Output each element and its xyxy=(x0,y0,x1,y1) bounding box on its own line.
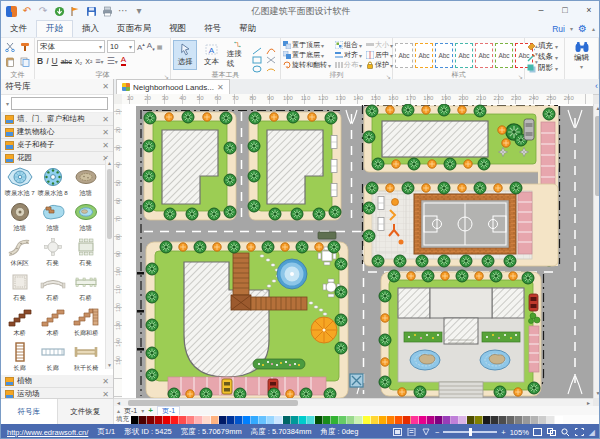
palette-swatch[interactable] xyxy=(291,416,299,424)
style-swatch[interactable]: Abc xyxy=(495,43,513,68)
save-button[interactable] xyxy=(85,5,97,17)
entrance-steps[interactable] xyxy=(439,382,483,398)
palette-swatch[interactable] xyxy=(427,416,435,424)
block-bottom-right[interactable] xyxy=(379,270,541,398)
text-tool[interactable]: A 文本 xyxy=(199,40,223,70)
symbol-item[interactable]: 长廊 xyxy=(3,340,36,375)
fit-page-icon[interactable] xyxy=(533,428,543,437)
superscript-button[interactable]: X² xyxy=(85,58,92,65)
car-yellow[interactable] xyxy=(222,379,232,394)
palette-swatch[interactable] xyxy=(475,416,483,424)
select-tool[interactable]: 选择 xyxy=(173,40,197,70)
symbol-item[interactable]: 喷泉水池 8 xyxy=(36,165,69,200)
center-button[interactable]: 居中▾ xyxy=(366,50,393,60)
block-top-middle[interactable] xyxy=(248,111,341,220)
find-binoculars-icon[interactable] xyxy=(574,41,590,53)
format-painter-icon[interactable] xyxy=(20,42,30,54)
tab-home[interactable]: 开始 xyxy=(36,20,73,37)
garden-bench[interactable] xyxy=(318,232,336,239)
palette-swatch[interactable] xyxy=(347,416,355,424)
palette-swatch[interactable] xyxy=(315,416,323,424)
document-close-icon[interactable]: ✕ xyxy=(217,83,224,92)
pond-right[interactable] xyxy=(480,350,510,370)
palette-swatch[interactable] xyxy=(499,416,507,424)
decrease-font-icon[interactable]: A▾ xyxy=(147,41,155,52)
section-close-icon[interactable]: ✕ xyxy=(102,115,109,124)
tab-insert[interactable]: 插入 xyxy=(73,21,108,37)
add-page-button[interactable]: + xyxy=(148,406,153,415)
palette-swatch[interactable] xyxy=(227,416,235,424)
symbol-item[interactable]: 池塘 xyxy=(3,200,36,235)
document-tab[interactable]: Neighborhood Lands... ✕ xyxy=(116,79,230,94)
freeform-tool-icon[interactable] xyxy=(266,50,278,59)
palette-swatch[interactable] xyxy=(147,416,155,424)
send-to-back-button[interactable]: 置于底层▾ xyxy=(283,50,331,60)
palette-swatch[interactable] xyxy=(435,416,443,424)
edrawsoft-link[interactable]: http://www.edrawsoft.cn/ xyxy=(7,428,88,437)
pond-left[interactable] xyxy=(410,350,440,370)
undo-button[interactable]: ↶ xyxy=(21,5,33,17)
zoom-slider-thumb[interactable] xyxy=(469,428,472,436)
style-swatch[interactable]: Abc xyxy=(415,43,433,68)
panel-close-icon[interactable]: ✕ xyxy=(102,82,109,91)
style-swatch[interactable]: Abc xyxy=(435,43,453,68)
palette-swatch[interactable] xyxy=(395,416,403,424)
strikethrough-button[interactable]: abc xyxy=(61,58,72,65)
resize-grip[interactable]: ◢ xyxy=(589,428,595,437)
palette-swatch[interactable] xyxy=(507,416,515,424)
redo-button[interactable]: ↷ xyxy=(37,5,49,17)
group-button[interactable]: 组合▾ xyxy=(335,40,362,50)
copy-icon[interactable] xyxy=(20,57,30,69)
bold-button[interactable]: B xyxy=(37,56,43,66)
page-nav-label[interactable]: 页-1 xyxy=(124,406,137,416)
palette-swatch[interactable] xyxy=(539,416,547,424)
car-gray[interactable] xyxy=(524,119,534,140)
section-close-icon[interactable]: ✕ xyxy=(102,377,109,386)
drawing-page[interactable] xyxy=(122,104,593,398)
font-color-button[interactable]: A xyxy=(121,56,126,66)
symbol-item[interactable]: 喷泉水池 7 xyxy=(3,165,36,200)
benches[interactable] xyxy=(331,136,337,197)
symbol-item[interactable]: 长廊和桥 xyxy=(69,305,102,340)
scroll-down-icon[interactable]: ▼ xyxy=(594,389,600,398)
palette-swatch[interactable] xyxy=(459,416,467,424)
line-spacing-icon[interactable]: ≡▾ xyxy=(95,56,103,66)
palette-swatch[interactable] xyxy=(171,416,179,424)
scroll-thumb[interactable] xyxy=(107,169,112,239)
fill-button[interactable]: 填充▾ xyxy=(527,41,562,51)
palette-swatch[interactable] xyxy=(403,416,411,424)
cut-icon[interactable] xyxy=(5,42,15,54)
block-top-left[interactable] xyxy=(143,111,236,220)
edit-dropdown-icon[interactable]: ▾ xyxy=(580,63,583,70)
palette-swatch[interactable] xyxy=(515,416,523,424)
symbol-item[interactable]: 石桥 xyxy=(36,270,69,305)
palette-swatch[interactable] xyxy=(155,416,163,424)
collapse-pages-icon[interactable]: ▴ xyxy=(117,407,120,414)
zoom-out-button[interactable]: − xyxy=(435,428,439,437)
font-size-select[interactable]: 10▾ xyxy=(107,40,135,53)
symbol-item[interactable]: 石凳 xyxy=(3,270,36,305)
symbol-item[interactable]: 木桥 xyxy=(3,305,36,340)
tab-symbols[interactable]: 符号 xyxy=(195,21,230,37)
palette-swatch[interactable] xyxy=(267,416,275,424)
vertical-scrollbar[interactable]: ▲ ▼ xyxy=(593,104,600,398)
tab-page-layout[interactable]: 页面布局 xyxy=(108,21,160,37)
arc-tool-icon[interactable] xyxy=(266,59,278,68)
align-button[interactable]: 对齐▾ xyxy=(335,50,362,60)
palette-swatch[interactable] xyxy=(283,416,291,424)
scroll-up-icon[interactable]: ▲ xyxy=(106,159,113,167)
active-page-tab[interactable]: 页-1 xyxy=(157,406,180,416)
palette-swatch[interactable] xyxy=(259,416,267,424)
qat-dropdown-icon[interactable]: ▾ xyxy=(133,5,145,17)
palette-swatch[interactable] xyxy=(451,416,459,424)
palette-swatch[interactable] xyxy=(363,416,371,424)
maximize-button[interactable]: □ xyxy=(553,1,577,19)
case-icon[interactable]: ▦ xyxy=(157,43,163,50)
symbol-search-input[interactable] xyxy=(11,97,108,110)
edit-label[interactable]: 编辑 xyxy=(574,53,589,63)
scroll-thumb[interactable] xyxy=(595,116,600,196)
style-swatch[interactable]: Abc xyxy=(475,43,493,68)
more-commands-icon[interactable]: ⋯ xyxy=(117,5,129,17)
palette-swatch[interactable] xyxy=(163,416,171,424)
palette-swatch[interactable] xyxy=(523,416,531,424)
